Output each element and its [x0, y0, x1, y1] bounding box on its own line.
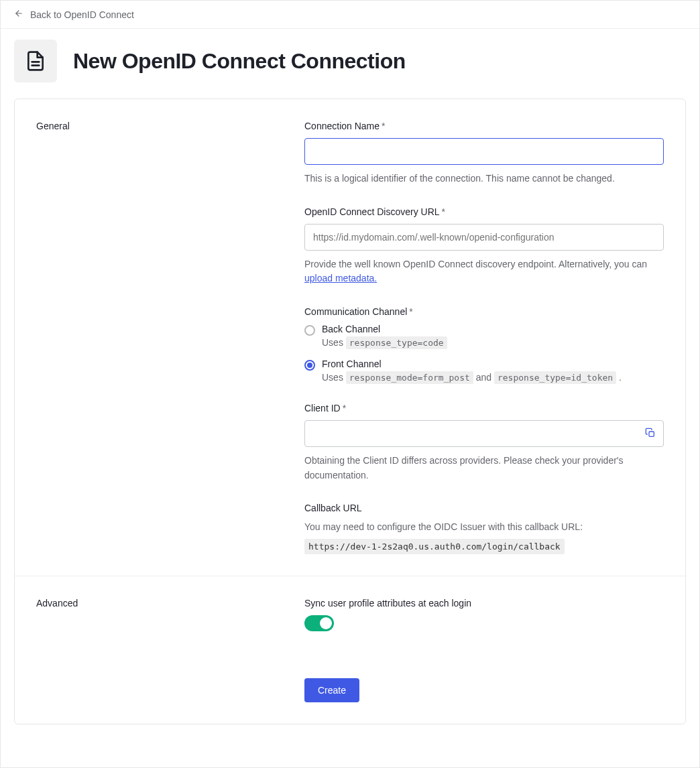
discovery-url-input[interactable] [304, 224, 664, 251]
connection-name-label: Connection Name [304, 121, 380, 131]
form-card: General Connection Name * This is a logi… [14, 99, 686, 724]
client-id-label: Client ID [304, 403, 341, 413]
client-id-help: Obtaining the Client ID differs across p… [304, 454, 664, 483]
callback-url-label: Callback URL [304, 503, 362, 513]
callback-url-value: https://dev-1-2s2aq0.us.auth0.com/login/… [304, 539, 565, 554]
field-communication-channel: Communication Channel * Back Channel Use… [304, 306, 664, 383]
back-link[interactable]: Back to OpenID Connect [1, 1, 699, 29]
discovery-url-label: OpenID Connect Discovery URL [304, 206, 440, 217]
client-id-input[interactable] [304, 420, 664, 447]
required-mark: * [343, 403, 346, 413]
required-mark: * [409, 306, 412, 317]
radio-front-channel-label: Front Channel [322, 359, 622, 369]
radio-back-channel-desc: Uses response_type=code [322, 337, 447, 348]
toggle-knob [320, 617, 332, 629]
page-header: New OpenID Connect Connection [1, 29, 699, 99]
radio-front-channel[interactable]: Front Channel Uses response_mode=form_po… [304, 359, 664, 383]
required-mark: * [382, 121, 385, 131]
page-title: New OpenID Connect Connection [73, 49, 406, 74]
section-advanced: Advanced Sync user profile attributes at… [15, 576, 685, 724]
section-title-advanced: Advanced [36, 598, 304, 702]
comm-channel-label: Communication Channel [304, 306, 407, 317]
connection-name-help: This is a logical identifier of the conn… [304, 172, 664, 186]
radio-front-channel-desc: Uses response_mode=form_post and respons… [322, 372, 622, 383]
radio-icon [304, 360, 315, 371]
copy-icon [645, 428, 656, 440]
back-link-label: Back to OpenID Connect [30, 9, 134, 20]
required-mark: * [442, 206, 445, 217]
document-icon [14, 40, 57, 82]
svg-rect-3 [649, 432, 654, 436]
sync-profile-toggle[interactable] [304, 615, 334, 631]
field-client-id: Client ID * Obtaining the Client [304, 403, 664, 483]
create-button[interactable]: Create [304, 678, 359, 702]
field-discovery-url: OpenID Connect Discovery URL * Provide t… [304, 206, 664, 286]
section-title-general: General [36, 121, 304, 554]
radio-back-channel[interactable]: Back Channel Uses response_type=code [304, 324, 664, 348]
field-sync-profile: Sync user profile attributes at each log… [304, 598, 664, 631]
field-connection-name: Connection Name * This is a logical iden… [304, 121, 664, 186]
section-general: General Connection Name * This is a logi… [15, 99, 685, 576]
connection-name-input[interactable] [304, 138, 664, 165]
upload-metadata-link[interactable]: upload metadata. [304, 273, 377, 283]
sync-profile-label: Sync user profile attributes at each log… [304, 598, 471, 609]
copy-button[interactable] [642, 426, 658, 442]
discovery-url-help: Provide the well known OpenID Connect di… [304, 257, 664, 286]
radio-back-channel-label: Back Channel [322, 324, 447, 334]
radio-icon [304, 325, 315, 336]
callback-url-help: You may need to configure the OIDC Issue… [304, 520, 664, 535]
arrow-left-icon [14, 9, 23, 20]
field-callback-url: Callback URL You may need to configure t… [304, 503, 664, 554]
